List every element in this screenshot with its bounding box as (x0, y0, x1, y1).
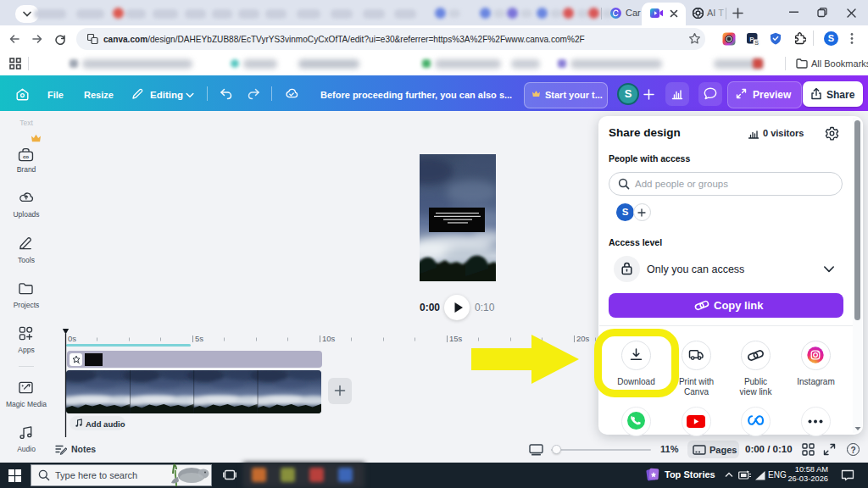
svg-text:co: co (23, 153, 29, 159)
svg-text:S: S (754, 40, 759, 46)
